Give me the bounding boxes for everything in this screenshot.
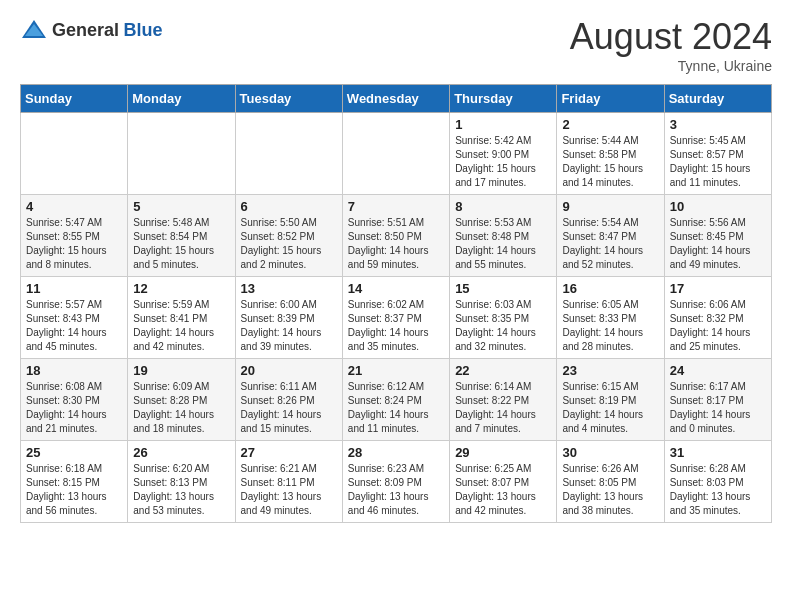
- day-number: 12: [133, 281, 229, 296]
- calendar-header-row: SundayMondayTuesdayWednesdayThursdayFrid…: [21, 85, 772, 113]
- logo-blue: Blue: [124, 20, 163, 40]
- day-detail: Sunrise: 6:23 AM Sunset: 8:09 PM Dayligh…: [348, 462, 444, 518]
- day-number: 18: [26, 363, 122, 378]
- day-detail: Sunrise: 5:45 AM Sunset: 8:57 PM Dayligh…: [670, 134, 766, 190]
- day-number: 2: [562, 117, 658, 132]
- header-sunday: Sunday: [21, 85, 128, 113]
- day-cell: [128, 113, 235, 195]
- day-number: 13: [241, 281, 337, 296]
- day-cell: 1Sunrise: 5:42 AM Sunset: 9:00 PM Daylig…: [450, 113, 557, 195]
- day-cell: 30Sunrise: 6:26 AM Sunset: 8:05 PM Dayli…: [557, 441, 664, 523]
- day-number: 27: [241, 445, 337, 460]
- day-cell: 2Sunrise: 5:44 AM Sunset: 8:58 PM Daylig…: [557, 113, 664, 195]
- day-number: 5: [133, 199, 229, 214]
- logo-general: General: [52, 20, 119, 40]
- day-detail: Sunrise: 6:02 AM Sunset: 8:37 PM Dayligh…: [348, 298, 444, 354]
- day-cell: 13Sunrise: 6:00 AM Sunset: 8:39 PM Dayli…: [235, 277, 342, 359]
- day-detail: Sunrise: 6:03 AM Sunset: 8:35 PM Dayligh…: [455, 298, 551, 354]
- week-row-4: 18Sunrise: 6:08 AM Sunset: 8:30 PM Dayli…: [21, 359, 772, 441]
- day-detail: Sunrise: 5:44 AM Sunset: 8:58 PM Dayligh…: [562, 134, 658, 190]
- day-detail: Sunrise: 6:09 AM Sunset: 8:28 PM Dayligh…: [133, 380, 229, 436]
- day-cell: 19Sunrise: 6:09 AM Sunset: 8:28 PM Dayli…: [128, 359, 235, 441]
- day-number: 14: [348, 281, 444, 296]
- day-detail: Sunrise: 5:51 AM Sunset: 8:50 PM Dayligh…: [348, 216, 444, 272]
- day-cell: 28Sunrise: 6:23 AM Sunset: 8:09 PM Dayli…: [342, 441, 449, 523]
- logo-icon: [20, 16, 48, 44]
- day-number: 29: [455, 445, 551, 460]
- day-number: 20: [241, 363, 337, 378]
- day-cell: 9Sunrise: 5:54 AM Sunset: 8:47 PM Daylig…: [557, 195, 664, 277]
- header-monday: Monday: [128, 85, 235, 113]
- day-detail: Sunrise: 6:12 AM Sunset: 8:24 PM Dayligh…: [348, 380, 444, 436]
- day-cell: 11Sunrise: 5:57 AM Sunset: 8:43 PM Dayli…: [21, 277, 128, 359]
- header-wednesday: Wednesday: [342, 85, 449, 113]
- day-detail: Sunrise: 5:48 AM Sunset: 8:54 PM Dayligh…: [133, 216, 229, 272]
- day-cell: 31Sunrise: 6:28 AM Sunset: 8:03 PM Dayli…: [664, 441, 771, 523]
- day-number: 24: [670, 363, 766, 378]
- day-number: 26: [133, 445, 229, 460]
- day-cell: 8Sunrise: 5:53 AM Sunset: 8:48 PM Daylig…: [450, 195, 557, 277]
- day-detail: Sunrise: 6:00 AM Sunset: 8:39 PM Dayligh…: [241, 298, 337, 354]
- day-cell: 23Sunrise: 6:15 AM Sunset: 8:19 PM Dayli…: [557, 359, 664, 441]
- day-number: 15: [455, 281, 551, 296]
- day-detail: Sunrise: 6:06 AM Sunset: 8:32 PM Dayligh…: [670, 298, 766, 354]
- month-year: August 2024: [570, 16, 772, 58]
- day-cell: 25Sunrise: 6:18 AM Sunset: 8:15 PM Dayli…: [21, 441, 128, 523]
- header-saturday: Saturday: [664, 85, 771, 113]
- day-detail: Sunrise: 5:59 AM Sunset: 8:41 PM Dayligh…: [133, 298, 229, 354]
- day-detail: Sunrise: 6:18 AM Sunset: 8:15 PM Dayligh…: [26, 462, 122, 518]
- day-detail: Sunrise: 5:56 AM Sunset: 8:45 PM Dayligh…: [670, 216, 766, 272]
- logo: General Blue: [20, 16, 163, 44]
- day-cell: 6Sunrise: 5:50 AM Sunset: 8:52 PM Daylig…: [235, 195, 342, 277]
- day-number: 7: [348, 199, 444, 214]
- day-number: 19: [133, 363, 229, 378]
- day-cell: [342, 113, 449, 195]
- day-cell: 22Sunrise: 6:14 AM Sunset: 8:22 PM Dayli…: [450, 359, 557, 441]
- day-cell: [21, 113, 128, 195]
- day-cell: 18Sunrise: 6:08 AM Sunset: 8:30 PM Dayli…: [21, 359, 128, 441]
- day-detail: Sunrise: 6:28 AM Sunset: 8:03 PM Dayligh…: [670, 462, 766, 518]
- day-number: 10: [670, 199, 766, 214]
- day-number: 17: [670, 281, 766, 296]
- day-cell: 7Sunrise: 5:51 AM Sunset: 8:50 PM Daylig…: [342, 195, 449, 277]
- day-number: 11: [26, 281, 122, 296]
- day-number: 30: [562, 445, 658, 460]
- day-detail: Sunrise: 6:21 AM Sunset: 8:11 PM Dayligh…: [241, 462, 337, 518]
- day-detail: Sunrise: 5:50 AM Sunset: 8:52 PM Dayligh…: [241, 216, 337, 272]
- page-header: General Blue August 2024 Tynne, Ukraine: [20, 16, 772, 74]
- day-number: 3: [670, 117, 766, 132]
- day-number: 1: [455, 117, 551, 132]
- header-friday: Friday: [557, 85, 664, 113]
- day-cell: 3Sunrise: 5:45 AM Sunset: 8:57 PM Daylig…: [664, 113, 771, 195]
- day-cell: 17Sunrise: 6:06 AM Sunset: 8:32 PM Dayli…: [664, 277, 771, 359]
- week-row-1: 1Sunrise: 5:42 AM Sunset: 9:00 PM Daylig…: [21, 113, 772, 195]
- day-number: 31: [670, 445, 766, 460]
- day-cell: 26Sunrise: 6:20 AM Sunset: 8:13 PM Dayli…: [128, 441, 235, 523]
- title-block: August 2024 Tynne, Ukraine: [570, 16, 772, 74]
- day-detail: Sunrise: 5:42 AM Sunset: 9:00 PM Dayligh…: [455, 134, 551, 190]
- day-cell: 20Sunrise: 6:11 AM Sunset: 8:26 PM Dayli…: [235, 359, 342, 441]
- day-cell: 5Sunrise: 5:48 AM Sunset: 8:54 PM Daylig…: [128, 195, 235, 277]
- day-cell: 21Sunrise: 6:12 AM Sunset: 8:24 PM Dayli…: [342, 359, 449, 441]
- day-number: 22: [455, 363, 551, 378]
- day-detail: Sunrise: 6:17 AM Sunset: 8:17 PM Dayligh…: [670, 380, 766, 436]
- day-detail: Sunrise: 6:15 AM Sunset: 8:19 PM Dayligh…: [562, 380, 658, 436]
- location: Tynne, Ukraine: [570, 58, 772, 74]
- day-number: 28: [348, 445, 444, 460]
- day-detail: Sunrise: 6:25 AM Sunset: 8:07 PM Dayligh…: [455, 462, 551, 518]
- day-cell: [235, 113, 342, 195]
- day-cell: 14Sunrise: 6:02 AM Sunset: 8:37 PM Dayli…: [342, 277, 449, 359]
- day-detail: Sunrise: 5:47 AM Sunset: 8:55 PM Dayligh…: [26, 216, 122, 272]
- week-row-3: 11Sunrise: 5:57 AM Sunset: 8:43 PM Dayli…: [21, 277, 772, 359]
- day-detail: Sunrise: 5:53 AM Sunset: 8:48 PM Dayligh…: [455, 216, 551, 272]
- day-cell: 27Sunrise: 6:21 AM Sunset: 8:11 PM Dayli…: [235, 441, 342, 523]
- day-cell: 10Sunrise: 5:56 AM Sunset: 8:45 PM Dayli…: [664, 195, 771, 277]
- day-number: 9: [562, 199, 658, 214]
- week-row-2: 4Sunrise: 5:47 AM Sunset: 8:55 PM Daylig…: [21, 195, 772, 277]
- day-number: 16: [562, 281, 658, 296]
- day-cell: 12Sunrise: 5:59 AM Sunset: 8:41 PM Dayli…: [128, 277, 235, 359]
- header-thursday: Thursday: [450, 85, 557, 113]
- day-detail: Sunrise: 6:26 AM Sunset: 8:05 PM Dayligh…: [562, 462, 658, 518]
- day-detail: Sunrise: 5:54 AM Sunset: 8:47 PM Dayligh…: [562, 216, 658, 272]
- day-detail: Sunrise: 6:20 AM Sunset: 8:13 PM Dayligh…: [133, 462, 229, 518]
